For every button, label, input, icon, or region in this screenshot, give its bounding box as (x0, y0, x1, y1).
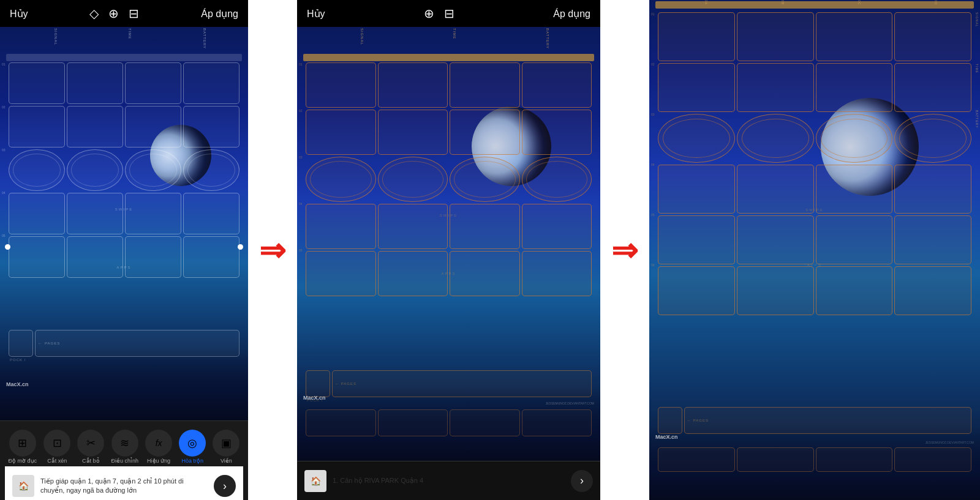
p3-right-battery: BATTERY (975, 110, 979, 129)
panel3-dock-area: ← PAGES POCK / (658, 407, 971, 439)
blend-label: Hòa trộn (181, 458, 203, 464)
p3-dock-pages: ← PAGES (684, 407, 971, 434)
toolbar-do-mo-duc[interactable]: ⊞ Độ mờ đục (9, 430, 37, 464)
pages-text: PAGES (45, 341, 60, 345)
panel1-cancel-button[interactable]: Hủy (10, 8, 28, 20)
crop-label: Cắt xén (47, 458, 67, 464)
toolbar-hieu-ung[interactable]: fx Hiệu ứng (145, 430, 172, 464)
effect-label: Hiệu ứng (147, 458, 170, 464)
handle-right[interactable] (238, 244, 243, 250)
layout-icon[interactable]: ⊟ (129, 6, 139, 21)
row-label-02: 02 (2, 105, 6, 109)
p3-signal-label: 0A (704, 0, 708, 5)
panel2-watermark-small-text: JESSEMUNOZ.DEVIANTART.COM (546, 401, 594, 405)
p2-widget-cell (306, 110, 376, 155)
panel1-apply-button[interactable]: Áp dụng (201, 8, 238, 20)
widget-cell (125, 62, 181, 104)
panel1-bottom-toolbar: cháy Màu Làm tối Làm sáng Bộ lọc Xếp chồ… (0, 420, 248, 500)
panel-1: Hủy ◇ ⊕ ⊟ Áp dụng SIGNAL TIME BATTERY (0, 0, 248, 500)
panel1-ad-banner: 🏠 Tiếp giáp quận 1, quận 7, quận 2 chỉ 1… (5, 466, 243, 500)
p3-row-04: 04 (651, 163, 655, 166)
p3-apps-label: APPS (807, 263, 822, 267)
add-icon[interactable]: ⊕ (108, 6, 119, 21)
p2-widget-cell (450, 110, 520, 155)
p2-signal-label: SIGNAL (360, 28, 364, 49)
p3-extra-dock-cell (658, 447, 735, 472)
widget-circle-cell (67, 149, 123, 191)
p2-battery-label: BATTERY (546, 28, 549, 49)
border-icon: ▣ (213, 430, 239, 457)
toolbar-cat-bo[interactable]: ✂ Cắt bỏ (77, 430, 104, 464)
p2-widget-cell (522, 204, 592, 249)
panel2-cancel-button[interactable]: Hủy (307, 8, 325, 20)
panel1-toolbar-tabs: cháy Màu Làm tối Làm sáng Bộ lọc Xếp chồ… (5, 421, 243, 427)
p3-widget-cell (816, 215, 893, 264)
p2-row-05: 05 (299, 248, 303, 252)
p3-widget-cell (816, 266, 893, 315)
p3-extra-dock-cell (737, 447, 814, 472)
panel1-topbar: Hủy ◇ ⊕ ⊟ Áp dụng (0, 0, 248, 27)
widget-circle-cell (125, 149, 181, 191)
toolbar-dieu-chinh[interactable]: ≋ Điều chỉnh (111, 430, 138, 464)
p3-widget-cell (737, 63, 814, 112)
panel3-watermark-small: JESSEMUNOZ.DEVIANTART.COM (925, 435, 974, 446)
p3-row-05: 05 (651, 213, 655, 217)
handle-left[interactable] (5, 244, 10, 250)
p2-widget-cell (306, 204, 376, 249)
p3-right-signal: SIGNAL (975, 12, 979, 27)
panel-2: Hủy ⊕ ⊟ Áp dụng SIGNAL TIME BATTERY (297, 0, 600, 500)
toolbar-hoa-tron[interactable]: ◎ Hòa trộn (179, 430, 206, 464)
panel3-right-labels: SIGNAL TIME BATTERY (975, 12, 979, 129)
widget-cell (125, 106, 181, 147)
p2-apps-label: APPS (441, 272, 456, 275)
toolbar-cat-xen[interactable]: ⊡ Cắt xén (43, 430, 70, 464)
panel1-screen: SIGNAL TIME BATTERY (0, 27, 248, 420)
panel2-watermark-small: JESSEMUNOZ.DEVIANTART.COM (546, 396, 594, 407)
widget-cell (9, 62, 65, 104)
widget-cell (9, 193, 65, 234)
p2-extra-dock-cell (522, 409, 592, 436)
p3-widget-cell (894, 266, 971, 315)
eraser-icon[interactable]: ◇ (89, 6, 99, 21)
dock-cell-pages: ← PAGES (35, 330, 239, 357)
p3-circle-cell (737, 114, 814, 163)
panel2-layout-icon[interactable]: ⊟ (444, 6, 454, 21)
p3-circle-cell (658, 114, 735, 163)
p3-row-01: 01 (651, 12, 655, 16)
panel1-ad-arrow[interactable]: › (214, 475, 236, 497)
row-label-03: 03 (2, 148, 6, 152)
panel3-screen: 0A 0B 0C 0D (649, 0, 980, 500)
panel2-topbar-icons: ⊕ ⊟ (424, 6, 454, 21)
dock-cell-pock (9, 330, 33, 357)
blend-icon: ◎ (179, 430, 206, 457)
panel3-row-labels: 01 02 03 04 05 06 (651, 12, 655, 267)
main-container: Hủy ◇ ⊕ ⊟ Áp dụng SIGNAL TIME BATTERY (0, 0, 980, 500)
panel2-row-labels: 01 02 03 04 05 (299, 62, 303, 252)
panel2-add-icon[interactable]: ⊕ (424, 6, 434, 21)
p2-extra-dock-cell (306, 409, 376, 436)
panel2-watermark: MacX.cn (303, 391, 326, 402)
p2-widget-cell (522, 110, 592, 155)
opacity-label: Độ mờ đục (9, 458, 37, 464)
p3-row-02: 02 (651, 62, 655, 66)
row-label-04: 04 (2, 191, 6, 195)
p3-widget-cell (658, 266, 735, 315)
adjust-icon: ≋ (111, 430, 138, 457)
p2-circle-cell (378, 157, 448, 202)
opacity-icon: ⊞ (9, 430, 36, 457)
panel2-ad-arrow[interactable]: › (571, 470, 593, 492)
row-label-01: 01 (2, 62, 6, 66)
p2-widget-cell (378, 204, 448, 249)
p2-row-04: 04 (299, 202, 303, 206)
adjust-label: Điều chỉnh (111, 458, 138, 464)
p2-pages-text: ← PAGES (335, 382, 356, 386)
p2-circle-cell (306, 157, 376, 202)
panel2-apply-button[interactable]: Áp dụng (553, 8, 590, 20)
panel1-topbar-icons: ◇ ⊕ ⊟ (89, 6, 139, 21)
swipe-label: SWIPE (115, 207, 133, 211)
panel2-ad-icon: 🏠 (304, 470, 326, 492)
panel2-status-strip (303, 54, 594, 61)
signal-label: SIGNAL (54, 28, 58, 49)
toolbar-vien[interactable]: ▣ Viền (213, 430, 239, 464)
panel3-extra-dock (658, 447, 971, 472)
